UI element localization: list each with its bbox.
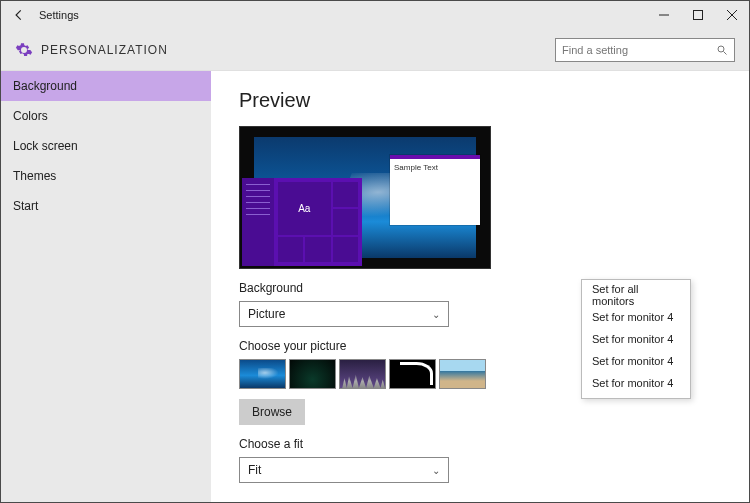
minimize-icon (659, 10, 669, 20)
body: Background Colors Lock screen Themes Sta… (1, 71, 749, 502)
svg-point-2 (718, 46, 724, 52)
page-title: PERSONALIZATION (41, 43, 168, 57)
sidebar-item-label: Themes (13, 169, 56, 183)
preview-sample-window: Sample Text (390, 155, 480, 225)
main-content: Preview Aa Sample Text Background Pictur… (211, 71, 749, 502)
picture-thumb[interactable] (339, 359, 386, 389)
sidebar-item-lockscreen[interactable]: Lock screen (1, 131, 211, 161)
context-menu: Set for all monitors Set for monitor 4 S… (581, 279, 691, 399)
back-button[interactable] (1, 1, 37, 29)
close-button[interactable] (715, 1, 749, 29)
fit-value: Fit (248, 463, 261, 477)
svg-line-3 (724, 51, 727, 54)
browse-button[interactable]: Browse (239, 399, 305, 425)
svg-rect-1 (694, 11, 703, 20)
sidebar-item-colors[interactable]: Colors (1, 101, 211, 131)
sidebar-item-start[interactable]: Start (1, 191, 211, 221)
chevron-down-icon: ⌄ (432, 465, 440, 476)
search-input[interactable]: Find a setting (555, 38, 735, 62)
search-icon (716, 44, 728, 56)
chevron-down-icon: ⌄ (432, 309, 440, 320)
minimize-button[interactable] (647, 1, 681, 29)
context-menu-item[interactable]: Set for monitor 4 (582, 372, 690, 394)
picture-thumb[interactable] (389, 359, 436, 389)
background-value: Picture (248, 307, 285, 321)
sidebar: Background Colors Lock screen Themes Sta… (1, 71, 211, 502)
settings-window: Settings PERSONALIZATION Find a setting … (0, 0, 750, 503)
preview-startmenu: Aa (242, 178, 362, 266)
picture-thumb[interactable] (239, 359, 286, 389)
arrow-left-icon (12, 8, 26, 22)
picture-thumb[interactable] (289, 359, 336, 389)
sidebar-item-themes[interactable]: Themes (1, 161, 211, 191)
picture-thumb[interactable] (439, 359, 486, 389)
fit-dropdown[interactable]: Fit ⌄ (239, 457, 449, 483)
sidebar-item-label: Background (13, 79, 77, 93)
preview-heading: Preview (239, 89, 749, 112)
close-icon (727, 10, 737, 20)
sidebar-item-label: Start (13, 199, 38, 213)
sidebar-item-label: Colors (13, 109, 48, 123)
context-menu-item[interactable]: Set for monitor 4 (582, 350, 690, 372)
maximize-button[interactable] (681, 1, 715, 29)
preview-image: Aa Sample Text (239, 126, 491, 269)
sidebar-item-background[interactable]: Background (1, 71, 211, 101)
search-placeholder: Find a setting (562, 44, 628, 56)
choose-fit-label: Choose a fit (239, 437, 749, 451)
background-dropdown[interactable]: Picture ⌄ (239, 301, 449, 327)
titlebar: Settings (1, 1, 749, 29)
context-menu-item[interactable]: Set for all monitors (582, 284, 690, 306)
maximize-icon (693, 10, 703, 20)
preview-tile-aa: Aa (278, 182, 331, 235)
context-menu-item[interactable]: Set for monitor 4 (582, 328, 690, 350)
gear-icon (15, 41, 33, 59)
window-title: Settings (37, 9, 647, 21)
sidebar-item-label: Lock screen (13, 139, 78, 153)
window-controls (647, 1, 749, 29)
context-menu-item[interactable]: Set for monitor 4 (582, 306, 690, 328)
header: PERSONALIZATION Find a setting (1, 29, 749, 71)
